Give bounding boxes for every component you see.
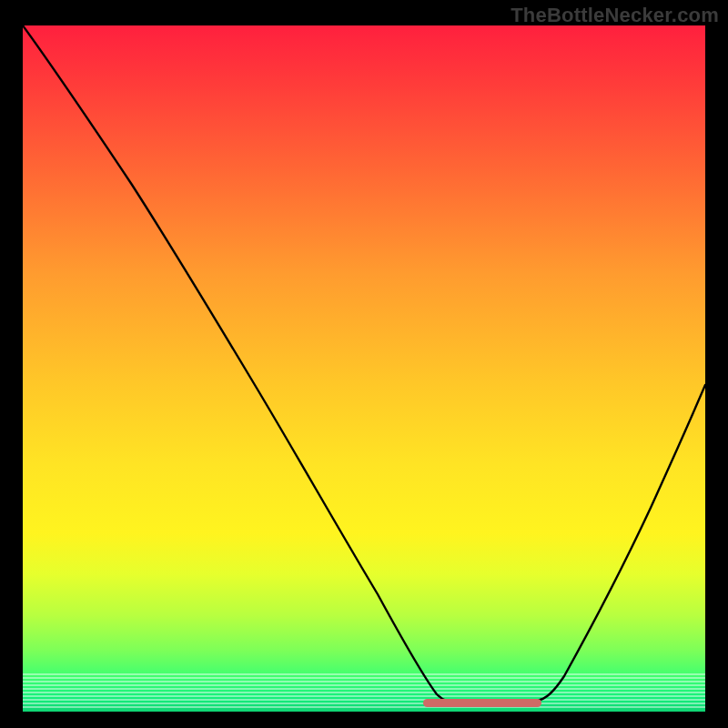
curve-path <box>23 25 705 703</box>
optimal-range-marker <box>423 699 541 707</box>
attribution-text: TheBottleNecker.com <box>511 4 719 27</box>
bottleneck-curve <box>23 25 705 712</box>
chart-frame <box>23 25 705 712</box>
